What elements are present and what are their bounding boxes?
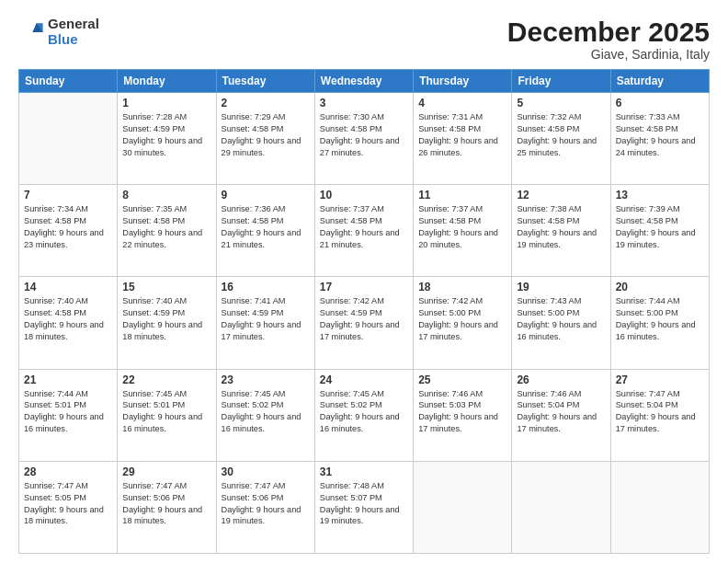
calendar-cell: 27 Sunrise: 7:47 AMSunset: 5:04 PMDaylig…: [610, 369, 709, 461]
calendar-cell: 28 Sunrise: 7:47 AMSunset: 5:05 PMDaylig…: [19, 461, 118, 553]
day-info: Sunrise: 7:42 AMSunset: 5:00 PMDaylight:…: [418, 295, 506, 343]
logo-general: General: [48, 17, 99, 32]
header-cell-sunday: Sunday: [19, 70, 118, 93]
header-cell-monday: Monday: [118, 70, 216, 93]
title-month: December 2025: [507, 17, 710, 47]
day-number: 26: [517, 373, 605, 386]
header: General Blue December 2025 Giave, Sardin…: [18, 17, 710, 62]
calendar-cell: 29 Sunrise: 7:47 AMSunset: 5:06 PMDaylig…: [118, 461, 216, 553]
day-info: Sunrise: 7:37 AMSunset: 4:58 PMDaylight:…: [320, 203, 408, 251]
calendar-cell: [610, 461, 709, 553]
day-number: 15: [122, 281, 210, 293]
page: General Blue December 2025 Giave, Sardin…: [0, 0, 728, 563]
header-cell-wednesday: Wednesday: [314, 70, 413, 93]
calendar-week-5: 28 Sunrise: 7:47 AMSunset: 5:05 PMDaylig…: [19, 461, 710, 553]
day-number: 18: [418, 281, 506, 293]
day-number: 7: [24, 189, 112, 201]
header-cell-tuesday: Tuesday: [216, 70, 314, 93]
day-info: Sunrise: 7:34 AMSunset: 4:58 PMDaylight:…: [24, 203, 112, 251]
day-info: Sunrise: 7:30 AMSunset: 4:58 PMDaylight:…: [320, 111, 408, 159]
day-number: 13: [616, 189, 704, 201]
day-number: 5: [517, 97, 605, 109]
day-info: Sunrise: 7:45 AMSunset: 5:02 PMDaylight:…: [222, 388, 310, 436]
calendar-cell: 11 Sunrise: 7:37 AMSunset: 4:58 PMDaylig…: [414, 185, 512, 277]
day-number: 29: [122, 465, 210, 478]
calendar-cell: 15 Sunrise: 7:40 AMSunset: 4:59 PMDaylig…: [118, 277, 216, 369]
day-number: 14: [24, 281, 112, 293]
calendar-cell: 22 Sunrise: 7:45 AMSunset: 5:01 PMDaylig…: [118, 369, 216, 461]
calendar-cell: 16 Sunrise: 7:41 AMSunset: 4:59 PMDaylig…: [216, 277, 314, 369]
calendar-cell: 24 Sunrise: 7:45 AMSunset: 5:02 PMDaylig…: [314, 369, 413, 461]
calendar-cell: [512, 461, 610, 553]
calendar-cell: [19, 93, 118, 185]
day-info: Sunrise: 7:47 AMSunset: 5:06 PMDaylight:…: [122, 480, 210, 528]
day-info: Sunrise: 7:28 AMSunset: 4:59 PMDaylight:…: [122, 111, 210, 159]
calendar-table: SundayMondayTuesdayWednesdayThursdayFrid…: [18, 69, 710, 554]
day-info: Sunrise: 7:44 AMSunset: 5:01 PMDaylight:…: [24, 388, 112, 436]
calendar-cell: 31 Sunrise: 7:48 AMSunset: 5:07 PMDaylig…: [314, 461, 413, 553]
day-info: Sunrise: 7:42 AMSunset: 4:59 PMDaylight:…: [320, 295, 408, 343]
calendar-cell: 8 Sunrise: 7:35 AMSunset: 4:58 PMDayligh…: [118, 185, 216, 277]
calendar-cell: 25 Sunrise: 7:46 AMSunset: 5:03 PMDaylig…: [414, 369, 512, 461]
day-info: Sunrise: 7:36 AMSunset: 4:58 PMDaylight:…: [222, 203, 310, 251]
calendar-cell: 7 Sunrise: 7:34 AMSunset: 4:58 PMDayligh…: [19, 185, 118, 277]
logo-blue: Blue: [48, 32, 99, 48]
day-info: Sunrise: 7:46 AMSunset: 5:03 PMDaylight:…: [418, 388, 506, 436]
day-number: 27: [616, 373, 704, 386]
calendar-cell: 21 Sunrise: 7:44 AMSunset: 5:01 PMDaylig…: [19, 369, 118, 461]
day-number: 20: [616, 281, 704, 293]
day-info: Sunrise: 7:38 AMSunset: 4:58 PMDaylight:…: [517, 203, 605, 251]
calendar-week-3: 14 Sunrise: 7:40 AMSunset: 4:58 PMDaylig…: [19, 277, 710, 369]
day-info: Sunrise: 7:47 AMSunset: 5:06 PMDaylight:…: [222, 480, 310, 528]
day-number: 1: [122, 97, 210, 109]
logo: General Blue: [18, 17, 99, 47]
header-cell-saturday: Saturday: [610, 70, 709, 93]
title-block: December 2025 Giave, Sardinia, Italy: [507, 17, 710, 62]
calendar-cell: 4 Sunrise: 7:31 AMSunset: 4:58 PMDayligh…: [414, 93, 512, 185]
day-info: Sunrise: 7:35 AMSunset: 4:58 PMDaylight:…: [122, 203, 210, 251]
day-number: 4: [418, 97, 506, 109]
calendar-cell: 3 Sunrise: 7:30 AMSunset: 4:58 PMDayligh…: [314, 93, 413, 185]
calendar-cell: 12 Sunrise: 7:38 AMSunset: 4:58 PMDaylig…: [512, 185, 610, 277]
day-number: 24: [320, 373, 408, 386]
day-info: Sunrise: 7:33 AMSunset: 4:58 PMDaylight:…: [616, 111, 704, 159]
logo-icon: [18, 19, 44, 45]
calendar-week-4: 21 Sunrise: 7:44 AMSunset: 5:01 PMDaylig…: [19, 369, 710, 461]
day-number: 10: [320, 189, 408, 201]
calendar-cell: 17 Sunrise: 7:42 AMSunset: 4:59 PMDaylig…: [314, 277, 413, 369]
day-info: Sunrise: 7:40 AMSunset: 4:59 PMDaylight:…: [122, 295, 210, 343]
day-number: 19: [517, 281, 605, 293]
day-info: Sunrise: 7:44 AMSunset: 5:00 PMDaylight:…: [616, 295, 704, 343]
day-number: 12: [517, 189, 605, 201]
logo-text: General Blue: [48, 17, 99, 47]
calendar-cell: 26 Sunrise: 7:46 AMSunset: 5:04 PMDaylig…: [512, 369, 610, 461]
day-info: Sunrise: 7:45 AMSunset: 5:01 PMDaylight:…: [122, 388, 210, 436]
day-number: 9: [222, 189, 310, 201]
day-number: 30: [222, 465, 310, 478]
day-info: Sunrise: 7:47 AMSunset: 5:04 PMDaylight:…: [616, 388, 704, 436]
day-info: Sunrise: 7:37 AMSunset: 4:58 PMDaylight:…: [418, 203, 506, 251]
day-info: Sunrise: 7:39 AMSunset: 4:58 PMDaylight:…: [616, 203, 704, 251]
day-info: Sunrise: 7:32 AMSunset: 4:58 PMDaylight:…: [517, 111, 605, 159]
day-info: Sunrise: 7:45 AMSunset: 5:02 PMDaylight:…: [320, 388, 408, 436]
day-number: 2: [222, 97, 310, 109]
day-info: Sunrise: 7:31 AMSunset: 4:58 PMDaylight:…: [418, 111, 506, 159]
day-number: 23: [222, 373, 310, 386]
calendar-week-2: 7 Sunrise: 7:34 AMSunset: 4:58 PMDayligh…: [19, 185, 710, 277]
day-number: 25: [418, 373, 506, 386]
calendar-header-row: SundayMondayTuesdayWednesdayThursdayFrid…: [19, 70, 710, 93]
calendar-week-1: 1 Sunrise: 7:28 AMSunset: 4:59 PMDayligh…: [19, 93, 710, 185]
calendar-cell: 5 Sunrise: 7:32 AMSunset: 4:58 PMDayligh…: [512, 93, 610, 185]
day-number: 17: [320, 281, 408, 293]
calendar-cell: 23 Sunrise: 7:45 AMSunset: 5:02 PMDaylig…: [216, 369, 314, 461]
calendar-cell: 19 Sunrise: 7:43 AMSunset: 5:00 PMDaylig…: [512, 277, 610, 369]
calendar-cell: 1 Sunrise: 7:28 AMSunset: 4:59 PMDayligh…: [118, 93, 216, 185]
calendar-cell: 10 Sunrise: 7:37 AMSunset: 4:58 PMDaylig…: [314, 185, 413, 277]
day-info: Sunrise: 7:29 AMSunset: 4:58 PMDaylight:…: [222, 111, 310, 159]
header-cell-thursday: Thursday: [414, 70, 512, 93]
day-number: 21: [24, 373, 112, 386]
title-location: Giave, Sardinia, Italy: [507, 47, 710, 62]
day-number: 16: [222, 281, 310, 293]
day-number: 11: [418, 189, 506, 201]
day-info: Sunrise: 7:41 AMSunset: 4:59 PMDaylight:…: [222, 295, 310, 343]
